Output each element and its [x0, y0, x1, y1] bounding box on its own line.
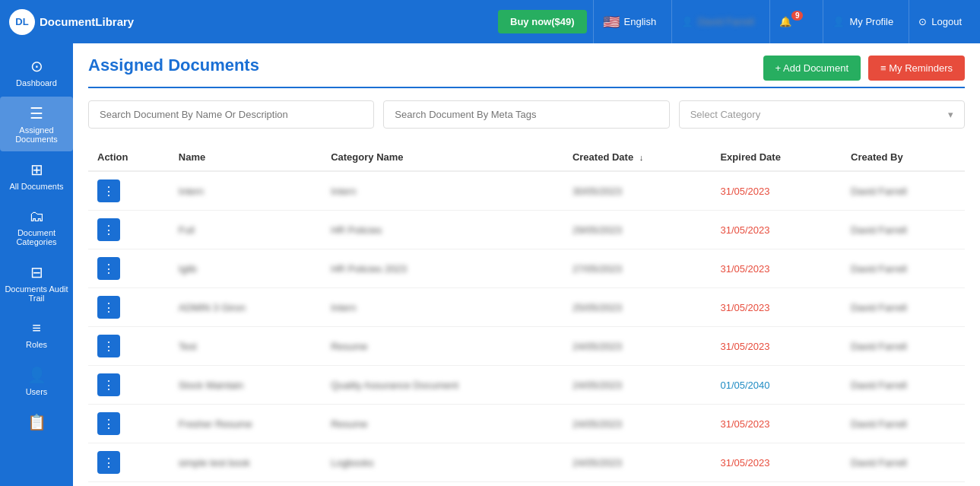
- row-created-date: 24/05/2023: [563, 327, 712, 366]
- buy-now-button[interactable]: Buy now($49): [498, 10, 587, 33]
- row-name: Monte-Carlo: [170, 482, 322, 487]
- username-label: David Farrell: [698, 16, 754, 27]
- row-name: Full: [170, 211, 322, 249]
- sidebar-item-all-documents[interactable]: ⊞ All Documents: [0, 153, 73, 199]
- app-name: DocumentLibrary: [40, 15, 134, 28]
- sidebar: ⊙ Dashboard ☰ Assigned Documents ⊞ All D…: [0, 43, 73, 486]
- row-action-button[interactable]: ⋮: [97, 257, 120, 280]
- row-expired-date: 31/05/2023: [711, 211, 842, 249]
- row-action-button[interactable]: ⋮: [97, 296, 120, 319]
- col-expired-date: Expired Date: [711, 144, 842, 171]
- category-select-wrapper[interactable]: Select Category ▾: [679, 100, 965, 129]
- logout-button[interactable]: ⊙ Logout: [909, 0, 971, 43]
- sidebar-item-extra[interactable]: 📋: [0, 405, 73, 442]
- sidebar-label-audit: Documents Audit Trail: [5, 284, 68, 303]
- logout-icon: ⊙: [918, 16, 927, 27]
- row-created-by: David Farrell: [842, 482, 965, 487]
- header-actions: + Add Document ≡ My Reminders: [763, 56, 965, 81]
- col-created-date[interactable]: Created Date ↓: [563, 144, 712, 171]
- row-category: Intern: [322, 288, 563, 327]
- logo-icon: DL: [9, 9, 35, 35]
- row-created-by: David Farrell: [842, 405, 965, 443]
- audit-icon: ⊟: [30, 263, 43, 281]
- language-selector[interactable]: 🇺🇸 English: [593, 0, 666, 43]
- row-category: Logbooks: [322, 443, 563, 482]
- row-name: Test: [170, 327, 322, 366]
- sidebar-item-dashboard[interactable]: ⊙ Dashboard: [0, 49, 73, 95]
- sidebar-item-document-categories[interactable]: 🗂 Document Categories: [0, 200, 73, 254]
- table-header: Action Name Category Name Created Date ↓…: [88, 144, 965, 171]
- logout-label: Logout: [931, 16, 962, 27]
- row-expired-date: 31/05/2023: [711, 405, 842, 443]
- col-created-by: Created By: [842, 144, 965, 171]
- table-row: ⋮Stock MaintainQuality Assurance Documen…: [88, 366, 965, 405]
- table-row: ⋮Monte-CarloConfidential24/05/202331/05/…: [88, 482, 965, 487]
- topnav: DL DocumentLibrary Buy now($49) 🇺🇸 Engli…: [0, 0, 980, 43]
- user-menu[interactable]: 👤 David Farrell: [671, 0, 763, 43]
- add-document-button[interactable]: + Add Document: [763, 56, 861, 81]
- my-reminders-button[interactable]: ≡ My Reminders: [868, 56, 965, 81]
- main-content: Assigned Documents + Add Document ≡ My R…: [73, 43, 980, 486]
- row-action-button[interactable]: ⋮: [97, 179, 120, 202]
- row-category: Confidential: [322, 482, 563, 487]
- row-name: Iglib: [170, 249, 322, 288]
- assigned-docs-icon: ☰: [30, 104, 43, 122]
- col-action: Action: [88, 144, 170, 171]
- row-expired-date: 01/05/2040: [711, 366, 842, 405]
- row-created-date: 27/05/2023: [563, 249, 712, 288]
- my-profile-button[interactable]: 👤 My Profile: [823, 0, 902, 43]
- row-created-by: David Farrell: [842, 171, 965, 211]
- table-row: ⋮InternIntern30/05/202331/05/2023David F…: [88, 171, 965, 211]
- row-action-button[interactable]: ⋮: [97, 218, 120, 241]
- row-created-date: 24/05/2023: [563, 366, 712, 405]
- roles-icon: ≡: [32, 319, 41, 337]
- search-tags-input[interactable]: [383, 100, 669, 129]
- sidebar-item-assigned-documents[interactable]: ☰ Assigned Documents: [0, 97, 73, 151]
- row-action-button[interactable]: ⋮: [97, 412, 120, 435]
- row-name: simple test book: [170, 443, 322, 482]
- sidebar-label-dashboard: Dashboard: [16, 78, 57, 87]
- main-layout: ⊙ Dashboard ☰ Assigned Documents ⊞ All D…: [0, 43, 980, 486]
- row-action-button[interactable]: ⋮: [97, 335, 120, 357]
- table-row: ⋮Fresher ResumeResume24/05/202331/05/202…: [88, 405, 965, 443]
- search-name-input[interactable]: [88, 100, 374, 129]
- row-name: Fresher Resume: [170, 405, 322, 443]
- sidebar-item-users[interactable]: 👤 Users: [0, 358, 73, 404]
- bell-icon: 🔔: [779, 16, 791, 27]
- row-created-by: David Farrell: [842, 443, 965, 482]
- row-created-by: David Farrell: [842, 327, 965, 366]
- row-expired-date: 31/05/2023: [711, 171, 842, 211]
- table-body: ⋮InternIntern30/05/202331/05/2023David F…: [88, 171, 965, 486]
- row-expired-date: 31/05/2023: [711, 249, 842, 288]
- sidebar-item-audit-trail[interactable]: ⊟ Documents Audit Trail: [0, 256, 73, 310]
- row-created-by: David Farrell: [842, 249, 965, 288]
- all-docs-icon: ⊞: [30, 160, 43, 179]
- row-created-by: David Farrell: [842, 211, 965, 249]
- table-row: ⋮ADMIN 3 GironIntern25/05/202331/05/2023…: [88, 288, 965, 327]
- row-created-date: 25/05/2023: [563, 288, 712, 327]
- row-created-date: 24/05/2023: [563, 482, 712, 487]
- category-select[interactable]: Select Category: [690, 109, 948, 120]
- row-created-date: 29/05/2023: [563, 211, 712, 249]
- row-action-button[interactable]: ⋮: [97, 373, 120, 396]
- search-bar: Select Category ▾: [88, 100, 965, 129]
- app-logo: DL DocumentLibrary: [9, 9, 492, 35]
- row-category: Resume: [322, 327, 563, 366]
- row-category: Quality Assurance Document: [322, 366, 563, 405]
- notifications-button[interactable]: 🔔 9: [769, 0, 817, 43]
- row-action-button[interactable]: ⋮: [97, 451, 120, 474]
- row-created-by: David Farrell: [842, 366, 965, 405]
- chevron-down-icon: ▾: [948, 109, 953, 120]
- row-expired-date: 31/05/2023: [711, 327, 842, 366]
- notification-badge: 9: [791, 11, 804, 21]
- flag-icon: 🇺🇸: [603, 14, 620, 30]
- documents-table: Action Name Category Name Created Date ↓…: [88, 144, 965, 486]
- row-expired-date: 31/05/2023: [711, 482, 842, 487]
- row-category: HR Policies 2023: [322, 249, 563, 288]
- table-row: ⋮IglibHR Policies 202327/05/202331/05/20…: [88, 249, 965, 288]
- sidebar-item-roles[interactable]: ≡ Roles: [0, 312, 73, 357]
- page-title: Assigned Documents: [88, 56, 259, 75]
- page-header: Assigned Documents + Add Document ≡ My R…: [88, 56, 965, 88]
- language-label: English: [624, 16, 657, 27]
- sidebar-label-assigned: Assigned Documents: [5, 125, 68, 144]
